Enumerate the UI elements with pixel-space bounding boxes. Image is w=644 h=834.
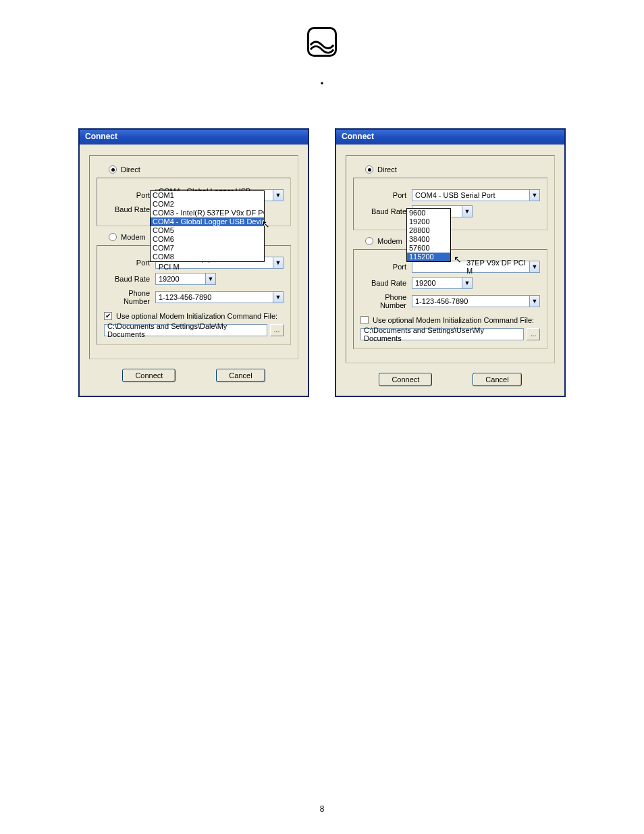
logo-wrap [41,27,603,57]
dropdown-arrow-icon[interactable]: ▼ [273,292,283,303]
dialog-title: Connect [336,130,564,145]
init-file-check-row[interactable]: Use optional Modem Initialization Comman… [360,316,540,324]
direct-label: Direct [121,165,140,174]
init-file-check-row[interactable]: ✔ Use optional Modem Initialization Comm… [104,312,284,320]
connect-button[interactable]: Connect [122,369,176,382]
port-combo[interactable]: COM4 - USB Serial Port ▼ [412,189,540,201]
checkbox-icon[interactable] [360,316,369,324]
radio-dot-icon [111,168,115,172]
init-file-label: Use optional Modem Initialization Comman… [116,312,277,320]
modem-baud-combo[interactable]: 19200 ▼ [412,277,473,289]
cancel-button[interactable]: Cancel [473,373,521,386]
port-option[interactable]: COM7 [151,244,264,253]
dropdown-arrow-icon[interactable]: ▼ [273,257,283,268]
init-file-path[interactable]: C:\Documents and Settings\Dale\My Docume… [104,324,267,336]
phone-label: Phone Number [360,293,406,309]
phone-combo[interactable]: 1-123-456-7890 ▼ [155,291,284,303]
modem-port-label: Port [360,263,406,271]
port-option[interactable]: COM8 [151,253,264,261]
port-option[interactable]: COM1 [151,191,264,200]
modem-radio-row[interactable]: Modem [365,237,547,245]
radio-icon [109,165,117,174]
port-option[interactable]: COM2 [151,200,264,209]
browse-button[interactable]: ... [270,324,284,336]
page-number: 8 [0,804,644,814]
connect-dialog-left: Connect Direct Port COM4 - Global Logger… [79,129,308,396]
baud-option[interactable]: 19200 [407,217,450,226]
checkbox-icon[interactable]: ✔ [104,312,112,320]
baud-option[interactable]: 38400 [407,235,450,244]
port-label: Port [104,191,150,199]
radio-dot-icon [368,168,371,172]
port-label: Port [360,191,406,199]
baud-option-selected[interactable]: 115200 [407,253,450,261]
dropdown-arrow-icon[interactable]: ▼ [273,190,283,201]
modem-port-value: 37EP V9x DF PCI M [466,259,529,275]
modem-baud-label: Baud Rate [104,275,150,283]
cursor-icon: ↖ [262,219,270,230]
connect-dialog-right: Connect Direct Port COM4 - USB Serial Po… [336,129,565,396]
phone-combo[interactable]: 1-123-456-7890 ▼ [412,295,540,307]
wave-logo-icon [307,27,337,57]
direct-radio-row[interactable]: Direct [365,165,547,174]
modem-port-label: Port [104,259,150,267]
dropdown-arrow-icon[interactable]: ▼ [462,278,472,288]
port-value: COM4 - USB Serial Port [415,191,495,199]
baud-label: Baud Rate [360,207,406,215]
modem-baud-combo[interactable]: 19200 ▼ [155,273,216,285]
radio-icon [109,233,117,241]
modem-baud-value: 19200 [159,275,180,283]
direct-label: Direct [377,165,397,174]
baud-option[interactable]: 57600 [407,244,450,253]
port-option[interactable]: COM6 [151,235,264,244]
init-file-path[interactable]: C:\Documents and Settings\User\My Docume… [360,328,524,340]
dropdown-arrow-icon[interactable]: ▼ [529,190,539,201]
phone-label: Phone Number [104,289,150,305]
cancel-button[interactable]: Cancel [216,369,265,382]
init-file-path-value: C:\Documents and Settings\User\My Docume… [364,326,520,342]
radio-icon [365,237,373,245]
phone-value: 1-123-456-7890 [159,293,211,301]
modem-baud-label: Baud Rate [360,279,406,287]
radio-icon [365,165,373,174]
modem-port-combo[interactable]: pad pad pad pad 37EP V9x DF PCI M ▼ [412,261,540,273]
init-file-label: Use optional Modem Initialization Comman… [373,316,534,324]
port-option-selected[interactable]: COM4 - Global Logger USB Device [151,217,264,226]
browse-button[interactable]: ... [527,328,540,340]
modem-baud-value: 19200 [415,279,436,287]
direct-radio-row[interactable]: Direct [109,165,291,174]
init-file-path-value: C:\Documents and Settings\Dale\My Docume… [107,322,264,338]
modem-label: Modem [377,237,402,245]
baud-dropdown-list[interactable]: 9600 19200 28800 38400 57600 115200 [406,208,451,262]
port-option[interactable]: COM5 [151,226,264,235]
bullet-text: • [41,78,603,88]
port-dropdown-list[interactable]: COM1 COM2 COM3 - Intel(R) 537EP V9x DF P… [150,190,265,262]
phone-value: 1-123-456-7890 [415,297,468,305]
connect-button[interactable]: Connect [379,373,432,386]
modem-label: Modem [121,233,146,241]
dialog-title: Connect [80,130,308,145]
dropdown-arrow-icon[interactable]: ▼ [529,261,539,272]
baud-option[interactable]: 28800 [407,226,450,235]
cursor-icon: ↖ [454,254,462,265]
baud-label: Baud Rate [104,205,150,213]
dropdown-arrow-icon[interactable]: ▼ [529,296,539,307]
port-option[interactable]: COM3 - Intel(R) 537EP V9x DF PCI Mode [151,209,264,217]
dropdown-arrow-icon[interactable]: ▼ [462,206,472,217]
dropdown-arrow-icon[interactable]: ▼ [205,273,215,284]
baud-option[interactable]: 9600 [407,209,450,217]
